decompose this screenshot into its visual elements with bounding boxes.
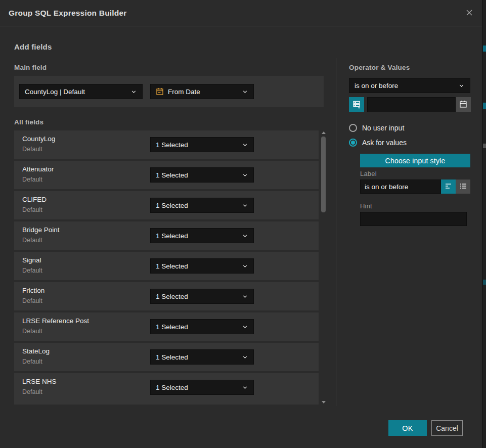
- chevron-down-icon: [242, 233, 248, 239]
- selected-count: 1 Selected: [156, 202, 239, 209]
- chevron-down-icon: [458, 82, 465, 89]
- list-input-style-button[interactable]: [456, 180, 470, 194]
- value-source-button[interactable]: [349, 97, 364, 112]
- operator-values-heading: Operator & Values: [349, 64, 410, 71]
- edge-fragment: [483, 46, 486, 52]
- scrollbar-thumb[interactable]: [321, 137, 326, 212]
- operator-select-value: is on or before: [355, 82, 455, 89]
- add-fields-heading: Add fields: [14, 42, 52, 51]
- field-row-countylog: CountyLog Default 1 Selected: [14, 130, 319, 159]
- cancel-button[interactable]: Cancel: [431, 420, 463, 436]
- radio-label: Ask for values: [362, 139, 407, 147]
- chevron-down-icon: [242, 293, 248, 300]
- field-row-statelog: StateLog Default 1 Selected: [14, 343, 319, 371]
- field-subtitle: Default: [22, 267, 42, 274]
- field-subtitle: Default: [22, 146, 42, 153]
- field-subtitle: Default: [22, 237, 42, 244]
- edge-fragment: [483, 144, 486, 148]
- selected-count: 1 Selected: [156, 384, 239, 391]
- field-row-clifed: CLIFED Default 1 Selected: [14, 191, 319, 219]
- scroll-up-arrow-icon[interactable]: [322, 131, 326, 134]
- radio-label: No user input: [362, 124, 404, 132]
- field-name: Friction: [22, 287, 45, 294]
- dialog-titlebar: Group SQL Expression Builder: [0, 0, 482, 26]
- ok-button[interactable]: OK: [388, 420, 427, 436]
- field-subtitle: Default: [22, 328, 42, 335]
- all-fields-label: All fields: [14, 118, 43, 126]
- chevron-down-icon: [242, 88, 248, 95]
- radio-circle-icon: [349, 124, 357, 132]
- field-selected-dropdown[interactable]: 1 Selected: [150, 198, 254, 213]
- chevron-down-icon: [242, 142, 248, 148]
- chevron-down-icon: [242, 172, 248, 178]
- layer-select-value: CountyLog | Default: [25, 88, 127, 96]
- scroll-down-arrow-icon[interactable]: [322, 401, 326, 404]
- panel-divider: [336, 58, 336, 406]
- field-selected-dropdown[interactable]: 1 Selected: [150, 319, 254, 334]
- field-name: Attenuator: [22, 165, 54, 173]
- field-name: LRSE NHS: [22, 378, 57, 385]
- bulleted-list-icon: [459, 182, 467, 192]
- close-button[interactable]: [462, 6, 477, 21]
- field-row-lrse-nhs: LRSE NHS Default 1 Selected: [14, 373, 319, 401]
- selected-count: 1 Selected: [156, 171, 239, 179]
- field-row-lrse-reference-post: LRSE Reference Post Default 1 Selected: [14, 312, 319, 341]
- selected-count: 1 Selected: [156, 323, 239, 331]
- field-selected-dropdown[interactable]: 1 Selected: [150, 289, 254, 304]
- edge-fragment: [483, 280, 486, 285]
- field-selected-dropdown[interactable]: 1 Selected: [150, 349, 254, 365]
- hint-input[interactable]: [360, 212, 467, 226]
- field-subtitle: Default: [22, 297, 42, 304]
- input-style-toggle-group: [441, 180, 470, 194]
- field-name: Signal: [22, 256, 41, 264]
- chevron-down-icon: [130, 88, 137, 95]
- group-sql-expression-builder-dialog: Group SQL Expression Builder Add fields …: [0, 0, 482, 448]
- calendar-icon: [459, 100, 467, 110]
- background-app-edge: [482, 0, 486, 448]
- main-field-panel: CountyLog | Default From Date: [14, 76, 324, 107]
- radio-ask-for-values[interactable]: Ask for values: [349, 139, 407, 147]
- chevron-down-icon: [242, 384, 248, 391]
- field-name: CLIFED: [22, 196, 47, 203]
- field-row-signal: Signal Default 1 Selected: [14, 252, 319, 280]
- main-field-label: Main field: [14, 64, 47, 71]
- operator-select[interactable]: is on or before: [349, 78, 470, 93]
- edge-fragment: [483, 103, 486, 109]
- selected-count: 1 Selected: [156, 232, 239, 240]
- selected-count: 1 Selected: [156, 141, 239, 149]
- field-selected-dropdown[interactable]: 1 Selected: [150, 258, 254, 274]
- align-left-icon: [445, 182, 453, 192]
- close-icon: [465, 9, 473, 18]
- main-field-select[interactable]: From Date: [150, 84, 254, 99]
- value-calendar-button[interactable]: [456, 97, 471, 112]
- chevron-down-icon: [242, 202, 248, 209]
- field-name: CountyLog: [22, 135, 55, 143]
- radio-circle-selected-icon: [349, 139, 357, 147]
- radio-no-user-input[interactable]: No user input: [349, 124, 404, 132]
- main-field-select-value: From Date: [168, 88, 239, 96]
- label-input[interactable]: [360, 180, 441, 194]
- choose-input-style-button[interactable]: Choose input style: [360, 154, 470, 167]
- field-name: LRSE Reference Post: [22, 317, 89, 325]
- field-selected-dropdown[interactable]: 1 Selected: [150, 167, 254, 183]
- selected-count: 1 Selected: [156, 353, 239, 361]
- layer-select[interactable]: CountyLog | Default: [19, 84, 143, 99]
- selected-count: 1 Selected: [156, 262, 239, 270]
- chevron-down-icon: [242, 354, 248, 361]
- chevron-down-icon: [242, 263, 248, 270]
- hint-field-label: Hint: [360, 202, 372, 210]
- all-fields-scrollbar[interactable]: [320, 130, 327, 405]
- text-input-style-button[interactable]: [441, 180, 456, 194]
- field-selected-dropdown[interactable]: 1 Selected: [150, 137, 254, 152]
- field-name: StateLog: [22, 347, 50, 355]
- field-row-partial: [14, 401, 319, 405]
- field-subtitle: Default: [22, 176, 42, 183]
- field-row-friction: Friction Default 1 Selected: [14, 282, 319, 310]
- field-subtitle: Default: [22, 388, 42, 395]
- field-subtitle: Default: [22, 358, 42, 365]
- field-row-attenuator: Attenuator Default 1 Selected: [14, 161, 319, 189]
- field-selected-dropdown[interactable]: 1 Selected: [150, 228, 254, 243]
- value-input[interactable]: [367, 97, 456, 112]
- field-selected-dropdown[interactable]: 1 Selected: [150, 380, 254, 395]
- field-name: Bridge Point: [22, 226, 60, 234]
